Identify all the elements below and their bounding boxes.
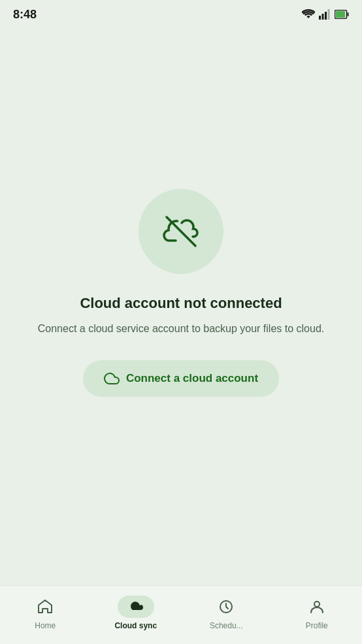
status-time: 8:48 xyxy=(13,8,37,22)
battery-icon xyxy=(335,10,349,19)
nav-home-icon-wrap xyxy=(27,596,63,618)
connect-button-label: Connect a cloud account xyxy=(126,372,258,385)
wifi-icon xyxy=(302,9,315,20)
connect-cloud-icon xyxy=(104,371,120,386)
nav-schedule-label: Schedu... xyxy=(210,621,243,630)
nav-home-label: Home xyxy=(35,621,56,630)
nav-item-home[interactable]: Home xyxy=(0,596,91,630)
svg-rect-3 xyxy=(328,9,330,20)
svg-rect-2 xyxy=(325,12,327,20)
nav-schedule-icon-wrap xyxy=(208,596,244,618)
nav-profile-label: Profile xyxy=(306,621,328,630)
nav-cloud-icon-wrap xyxy=(118,596,154,618)
page-title: Cloud account not connected xyxy=(80,295,282,312)
svg-rect-6 xyxy=(336,11,345,18)
nav-item-schedule[interactable]: Schedu... xyxy=(181,596,272,630)
nav-profile-icon-wrap xyxy=(299,596,335,618)
bottom-nav: Home Cloud sync Schedu... Profile xyxy=(0,585,362,644)
signal-icon xyxy=(319,9,331,20)
profile-icon xyxy=(308,598,325,615)
status-icons xyxy=(302,9,349,20)
svg-rect-5 xyxy=(348,12,349,16)
cloud-off-circle xyxy=(139,189,223,274)
cloud-sync-icon xyxy=(127,598,144,615)
main-content: Cloud account not connected Connect a cl… xyxy=(0,26,362,585)
nav-item-cloud-sync[interactable]: Cloud sync xyxy=(91,596,182,630)
svg-rect-0 xyxy=(319,16,321,20)
connect-cloud-button[interactable]: Connect a cloud account xyxy=(83,360,279,397)
cloud-off-icon xyxy=(157,208,205,255)
status-bar: 8:48 xyxy=(0,0,362,26)
home-icon xyxy=(37,598,54,615)
svg-rect-1 xyxy=(322,14,324,20)
schedule-icon xyxy=(218,598,235,615)
page-description: Connect a cloud service account to backu… xyxy=(38,321,324,337)
nav-cloud-sync-label: Cloud sync xyxy=(114,621,157,630)
svg-point-9 xyxy=(314,602,320,607)
nav-item-profile[interactable]: Profile xyxy=(272,596,363,630)
